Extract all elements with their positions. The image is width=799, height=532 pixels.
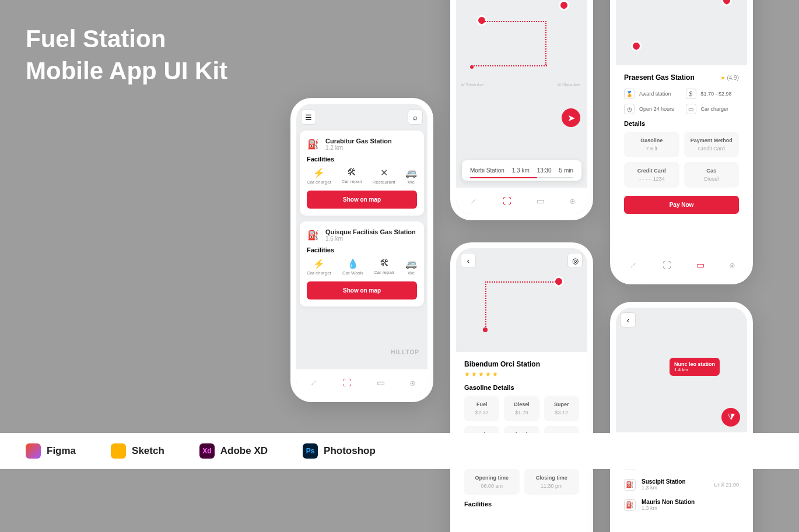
nav-profile-icon[interactable]: ⍟ — [410, 378, 415, 388]
hours-tile: Opening time06:00 am — [464, 469, 520, 495]
nearby-station-item[interactable]: ⛽ Suscipit Station1.3 km Until 21:00 — [624, 478, 739, 491]
route-duration: 5 min — [559, 167, 573, 174]
nav-map-icon[interactable]: ⛶ — [343, 378, 352, 388]
info-hours: ◷Open 24 hours — [624, 104, 678, 114]
nav-map-icon[interactable]: ⛶ — [663, 260, 671, 270]
tool-figma: Figma — [26, 443, 76, 459]
pump-icon: ⛽ — [307, 228, 320, 241]
screen-gasoline-details: ‹ ◎ Bibendum Orci Station ★★★★★ Gasoline… — [450, 242, 593, 532]
navigate-button[interactable]: ➤ — [562, 108, 580, 127]
station-name: Praesent Gas Station — [624, 73, 695, 82]
map-pin-icon[interactable] — [559, 0, 569, 10]
clock-icon: ◷ — [624, 104, 635, 114]
station-name: Quisque Facilisis Gas Station — [325, 228, 416, 235]
facility-item: ⚡Car charger — [307, 258, 331, 276]
show-on-map-button[interactable]: Show on map — [307, 191, 417, 209]
restaurant-icon: ✕ — [373, 167, 395, 178]
route-distance: 1.3 km — [512, 167, 530, 174]
nav-profile-icon[interactable]: ⍟ — [730, 260, 735, 270]
nav-profile-icon[interactable]: ⍟ — [570, 196, 575, 206]
nav-map-icon[interactable]: ⛶ — [503, 196, 511, 206]
screen-station-list: ☰ ⌕ ⛽ Curabitur Gas Station 1.2 km Facil… — [290, 98, 433, 402]
wash-icon: 💧 — [342, 258, 363, 269]
tool-sketch: Sketch — [111, 443, 164, 459]
callout-distance: 1.4 km — [674, 367, 715, 372]
show-on-map-button[interactable]: Show on map — [307, 281, 417, 300]
tool-ps: PsPhotoshop — [303, 443, 376, 459]
detail-tile[interactable]: Credit Card···· ···· 1234 — [624, 162, 679, 188]
charger-icon: ⚡ — [307, 167, 331, 178]
facility-item: 🚐Wc — [405, 258, 417, 276]
facility-item: 💧Car Wash — [342, 258, 363, 276]
info-award: 🏅Award station — [624, 89, 678, 99]
route-eta: 13:30 — [537, 167, 552, 174]
menu-button[interactable]: ☰ — [301, 110, 316, 125]
wc-icon: 🚐 — [405, 258, 417, 269]
tool-xd: XdAdobe XD — [199, 443, 268, 459]
callout-name: Nunc leo station — [674, 361, 715, 367]
station-distance: 1.2 km — [325, 145, 392, 151]
detail-tile[interactable]: Payment MethodCredit Card — [684, 132, 740, 157]
screen-station-detail: ‹ ⇪ Praesent Gas Station ★ (4.9) 🏅Award … — [610, 0, 753, 284]
station-map-preview[interactable] — [616, 0, 747, 65]
station-distance: 1.6 km — [325, 235, 416, 242]
station-name: Bibendum Orci Station — [464, 360, 579, 368]
detail-tile[interactable]: Gasoline7.6 lt — [624, 132, 679, 157]
map-pin-icon — [631, 41, 642, 51]
detail-tile[interactable]: GasDiesel — [684, 162, 740, 188]
nav-activity-icon[interactable]: ⟋ — [629, 260, 637, 270]
nearby-station-item[interactable]: ⛽ Mauris Non Station1.3 km — [624, 499, 739, 511]
station-rating: ★ (4.9) — [720, 75, 739, 81]
nav-activity-icon[interactable]: ⟋ — [309, 378, 318, 388]
back-button[interactable]: ‹ — [461, 253, 476, 268]
map-callout[interactable]: Nunc leo station 1.4 km — [670, 358, 720, 376]
dollar-icon: $ — [686, 89, 696, 99]
page-title: Fuel Station Mobile App UI Kit — [26, 23, 227, 87]
nav-card-icon[interactable]: ▭ — [537, 196, 545, 206]
ps-icon: Ps — [303, 443, 318, 459]
nav-card-icon[interactable]: ▭ — [377, 378, 385, 388]
bottom-nav: ⟋ ⛶ ▭ ⍟ — [456, 188, 587, 214]
facility-item: 🛠Car repair — [374, 258, 395, 276]
fuel-tile[interactable]: Diesel$1.79 — [504, 396, 539, 421]
bottom-nav: ⟋ ⛶ ▭ ⍟ — [616, 252, 747, 279]
facilities-label: Facilities — [307, 246, 417, 253]
sketch-icon — [111, 443, 126, 459]
screen-route: W Sierra Ave W Shaw Ave W Shaw Ave ➤ Mor… — [450, 0, 593, 220]
map-area-label: HILLTOP — [391, 349, 419, 355]
station-name: Curabitur Gas Station — [325, 138, 392, 145]
rating-stars: ★★★★★ — [464, 371, 579, 378]
facility-item: 🚐Wc — [405, 167, 417, 185]
location-button[interactable]: ◎ — [567, 253, 583, 268]
station-card[interactable]: ⛽ Curabitur Gas Station 1.2 km Facilitie… — [300, 131, 424, 216]
route-summary-card[interactable]: Morbi Station 1.3 km 13:30 5 min — [462, 160, 581, 181]
station-map-preview[interactable]: ‹ ◎ — [456, 248, 587, 352]
facilities-section-title: Facilities — [464, 501, 579, 508]
pump-icon: ⛽ — [624, 479, 636, 491]
gasoline-section-title: Gasoline Details — [464, 384, 579, 391]
screen-near-you: ‹ Nunc leo station 1.4 km ⧩ Near You Sta… — [610, 302, 753, 532]
tools-bar: Figma Sketch XdAdobe XD PsPhotoshop — [0, 433, 799, 469]
details-section-title: Details — [624, 120, 739, 127]
charger-icon: ▭ — [686, 104, 696, 114]
award-icon: 🏅 — [624, 89, 635, 99]
map-pin-icon — [721, 0, 732, 6]
map-preview[interactable]: ‹ Nunc leo station 1.4 km ⧩ — [616, 308, 747, 432]
filter-button[interactable]: ⧩ — [721, 408, 740, 427]
xd-icon: Xd — [199, 443, 215, 459]
nav-card-icon[interactable]: ▭ — [696, 260, 705, 270]
fuel-tile[interactable]: Super$3.12 — [544, 396, 579, 421]
repair-icon: 🛠 — [342, 167, 363, 178]
nav-activity-icon[interactable]: ⟋ — [469, 196, 478, 206]
search-button[interactable]: ⌕ — [408, 110, 423, 125]
route-station-name: Morbi Station — [470, 167, 504, 174]
facilities-label: Facilities — [307, 156, 417, 163]
hours-tile: Closing time11:30 pm — [524, 469, 580, 495]
street-label: W Shaw Ave — [461, 83, 484, 87]
pump-icon: ⛽ — [307, 138, 320, 150]
station-card[interactable]: ⛽ Quisque Facilisis Gas Station 1.6 km F… — [300, 221, 424, 306]
pay-now-button[interactable]: Pay Now — [624, 196, 739, 214]
fuel-tile[interactable]: Fuel$2.37 — [464, 396, 499, 421]
back-button[interactable]: ‹ — [621, 312, 636, 327]
facility-item: ✕Restaurant — [373, 167, 395, 185]
